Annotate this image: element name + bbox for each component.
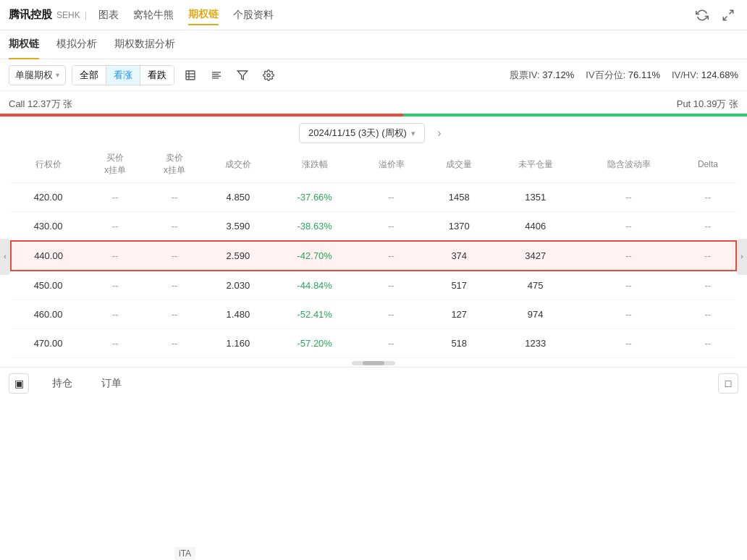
col-last: 成交价 [204, 146, 272, 183]
col-delta: Delta [680, 146, 736, 183]
sub-nav-item-options-chain[interactable]: 期权链 [9, 30, 39, 59]
col-volume: 成交量 [425, 146, 493, 183]
sub-nav-item-simulation[interactable]: 模拟分析 [56, 30, 97, 59]
panel-toggle-icon[interactable]: ▣ [9, 373, 29, 394]
brand-sep: | [85, 9, 87, 20]
filter-call-btn[interactable]: 看涨 [106, 66, 140, 85]
date-picker-btn[interactable]: 2024/11/15 (3天) (周权) ▾ [299, 123, 425, 143]
col-iv: 隐含波动率 [578, 146, 680, 183]
table-row[interactable]: 440.00----2.590-42.70%--3743427---- [11, 241, 736, 271]
selected-date: 2024/11/15 (3天) (周权) [308, 127, 407, 140]
end-icon-symbol: □ [725, 378, 731, 389]
call-oi-label: Call 12.37万 张 [9, 98, 72, 111]
oi-bar-container: Call 12.37万 张 Put 10.39万 张 [0, 91, 747, 117]
table-icon[interactable] [180, 65, 201, 85]
panel-icon: ▣ [14, 378, 24, 389]
table-row[interactable]: 430.00----3.590-38.63%--13704406---- [11, 212, 736, 242]
sub-nav-item-data-analysis[interactable]: 期权数据分析 [114, 30, 175, 59]
put-oi-bar [403, 114, 747, 116]
table-row[interactable]: 460.00----1.480-52.41%--127974---- [11, 300, 736, 329]
nav-item-options[interactable]: 期权链 [188, 5, 219, 25]
oi-progress-bar [0, 114, 747, 116]
brand-name: 腾讯控股 [9, 8, 52, 22]
table-container: ‹ › 行权价 买价 x挂单 卖价 x挂单 成交价 涨跌幅 溢价率 成交量 未平… [0, 146, 747, 367]
horizontal-scrollbar [0, 358, 747, 367]
scrollbar-track [352, 361, 395, 365]
iv-label: 股票IV: [510, 69, 539, 80]
nav-item-info[interactable]: 个股资料 [233, 6, 274, 25]
table-row[interactable]: 470.00----1.160-57.20%--5181233---- [11, 329, 736, 358]
scroll-left-arrow[interactable]: ‹ [0, 239, 10, 275]
brand-exchange: SEHK [56, 10, 80, 20]
call-oi-bar [0, 114, 403, 116]
holdings-btn[interactable]: 持仓 [46, 374, 78, 393]
filter-put-btn[interactable]: 看跌 [140, 66, 174, 85]
filter-icon[interactable] [232, 65, 253, 85]
iv-hv-stat: IV/HV: 124.68% [672, 69, 738, 80]
col-ask: 卖价 x挂单 [145, 146, 204, 183]
table-row[interactable]: 420.00----4.850-37.66%--14581351---- [11, 183, 736, 212]
filter-all-btn[interactable]: 全部 [72, 66, 106, 85]
svg-point-9 [267, 74, 270, 77]
iv-hv-label: IV/HV: [672, 69, 699, 80]
put-oi-label: Put 10.39万 张 [677, 98, 738, 111]
scroll-right-arrow[interactable]: › [737, 239, 747, 275]
end-icon[interactable]: □ [718, 373, 738, 394]
brand: 腾讯控股 SEHK | [9, 8, 87, 22]
nav-item-chart[interactable]: 图表 [98, 6, 119, 25]
col-change: 涨跌幅 [272, 146, 358, 183]
options-type-dropdown[interactable]: 单腿期权 ▾ [9, 65, 66, 85]
toolbar: 单腿期权 ▾ 全部 看涨 看跌 股票IV: 37.12% IV百分位: 76.1… [0, 59, 747, 91]
orders-btn[interactable]: 订单 [96, 374, 127, 393]
refresh-icon[interactable] [692, 5, 712, 25]
date-chevron-icon: ▾ [411, 129, 415, 138]
iv-pct-value: 76.11% [628, 69, 660, 80]
top-nav: 腾讯控股 SEHK | 图表 窝轮牛熊 期权链 个股资料 [0, 0, 747, 30]
expand-icon[interactable] [718, 5, 738, 25]
stats-bar: 股票IV: 37.12% IV百分位: 76.11% IV/HV: 124.68… [510, 69, 738, 82]
iv-stat: 股票IV: 37.12% [510, 69, 574, 82]
nav-items: 图表 窝轮牛熊 期权链 个股资料 [98, 5, 692, 25]
iv-hv-value: 124.68% [701, 69, 738, 80]
next-date-icon: › [437, 127, 441, 140]
svg-marker-8 [237, 71, 247, 80]
date-selector: 2024/11/15 (3天) (周权) ▾ › [0, 117, 747, 146]
iv-value: 37.12% [542, 69, 574, 80]
table-row[interactable]: 450.00----2.030-44.84%--517475---- [11, 271, 736, 300]
bottom-bar: ▣ 持仓 订单 □ [0, 367, 747, 399]
nav-icons [692, 5, 738, 25]
iv-pct-stat: IV百分位: 76.11% [586, 69, 660, 82]
nav-item-warrant[interactable]: 窝轮牛熊 [133, 6, 174, 25]
sub-nav: 期权链 模拟分析 期权数据分析 [0, 30, 747, 59]
dropdown-arrow: ▾ [56, 71, 59, 79]
col-strike: 行权价 [11, 146, 85, 183]
svg-rect-0 [186, 71, 195, 80]
settings-icon[interactable] [258, 65, 279, 85]
date-next-btn[interactable]: › [431, 124, 448, 142]
filter-btn-group: 全部 看涨 看跌 [72, 65, 174, 85]
ita-label: iTA [174, 547, 195, 560]
options-type-label: 单腿期权 [15, 69, 53, 82]
scrollbar-thumb[interactable] [363, 361, 384, 365]
col-oi: 未平仓量 [493, 146, 578, 183]
col-bid: 买价 x挂单 [85, 146, 145, 183]
column-icon[interactable] [206, 65, 227, 85]
iv-pct-label: IV百分位: [586, 69, 625, 80]
col-premium: 溢价率 [358, 146, 426, 183]
